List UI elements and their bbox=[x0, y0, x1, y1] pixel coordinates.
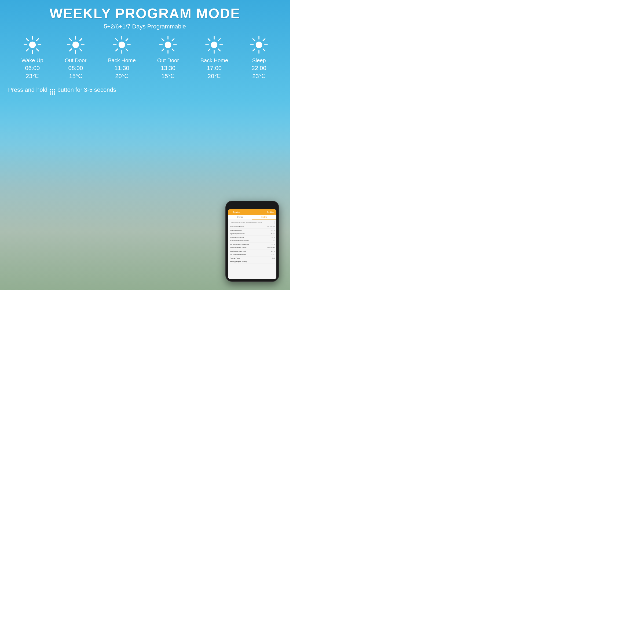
phone-row-8: Min Temperature Limit 5 °C bbox=[230, 253, 275, 257]
schedule-item-sleep: Sleep 22:00 23℃ bbox=[250, 35, 268, 80]
svg-line-24 bbox=[126, 49, 128, 51]
phone-back-button[interactable]: ← Device bbox=[230, 211, 240, 213]
phone-row-label-5: Ext Temperature Deadzone bbox=[230, 243, 249, 245]
phone-section-row-0: Program Type 5+2 bbox=[230, 257, 275, 260]
phone-mockup: ← Device Setting Device Setting The Foll… bbox=[225, 201, 279, 282]
phone-row-value-8: 5 °C bbox=[272, 254, 275, 255]
svg-line-32 bbox=[162, 39, 164, 41]
schedule-time-5: 22:00 bbox=[251, 65, 266, 72]
svg-line-35 bbox=[162, 49, 164, 51]
phone-row-value-1: -1 °C bbox=[271, 229, 275, 231]
main-content: WEEKLY PROGRAM MODE 5+2/6+1/7 Days Progr… bbox=[0, 0, 290, 95]
phone-row-label-2: HighTemp Protection bbox=[230, 233, 245, 235]
phone-row-label-8: Min Temperature Limit bbox=[230, 254, 246, 255]
press-hold-suffix: button for 3-5 seconds bbox=[57, 86, 116, 93]
phone-body: ← Device Setting Device Setting The Foll… bbox=[225, 201, 279, 282]
schedule-temp-1: 15℃ bbox=[69, 73, 82, 80]
sun-icon-6 bbox=[250, 35, 268, 54]
phone-row-value-0: Int Sensor bbox=[268, 226, 275, 228]
phone-row-2: HighTemp Protection 45 °C bbox=[230, 232, 275, 236]
phone-row-value-3: 5 °C bbox=[272, 236, 275, 238]
schedule-label-1: Out Door bbox=[65, 57, 86, 64]
phone-row-1: Temp Calibration -1 °C bbox=[230, 229, 275, 232]
phone-row-4: Int Temperature Deadzone 1 °C bbox=[230, 239, 275, 243]
phone-header: ← Device Setting bbox=[228, 209, 276, 215]
phone-section-label-0: Program Type bbox=[230, 257, 240, 259]
schedule-time-0: 06:00 bbox=[25, 65, 40, 72]
svg-point-36 bbox=[211, 42, 218, 48]
schedule-temp-3: 15℃ bbox=[161, 73, 174, 80]
phone-tab-device[interactable]: Device bbox=[228, 215, 252, 219]
svg-line-44 bbox=[208, 49, 210, 51]
phone-section-value-0: 5+2 bbox=[272, 257, 275, 259]
phone-row-value-4: 1 °C bbox=[272, 240, 275, 241]
schedule-time-1: 08:00 bbox=[68, 65, 83, 72]
schedule-item-outdoor2: Out Door 13:30 15℃ bbox=[157, 35, 179, 80]
page-title: WEEKLY PROGRAM MODE bbox=[8, 5, 282, 21]
svg-line-51 bbox=[263, 49, 265, 51]
svg-line-5 bbox=[26, 39, 28, 41]
schedule-label-5: Sleep bbox=[252, 57, 266, 64]
svg-point-27 bbox=[165, 42, 171, 48]
phone-row-3: LowTemp Protection 5 °C bbox=[230, 236, 275, 239]
phone-row-label-3: LowTemp Protection bbox=[230, 236, 244, 238]
svg-line-50 bbox=[253, 39, 255, 41]
schedule-label-4: Back Home bbox=[200, 57, 228, 64]
sun-icon-3 bbox=[112, 35, 131, 54]
svg-line-6 bbox=[36, 49, 38, 51]
phone-row-value-5: 2 °C bbox=[272, 243, 275, 245]
phone-row-label-0: Temperature Sensor bbox=[230, 226, 244, 228]
svg-line-26 bbox=[116, 49, 118, 51]
grid-button-icon bbox=[50, 85, 55, 95]
schedule-time-4: 17:00 bbox=[207, 65, 222, 72]
svg-point-18 bbox=[119, 42, 125, 48]
phone-password-note: The Following Content Needs Password 123… bbox=[230, 221, 275, 224]
phone-row-value-6: Keep State bbox=[267, 247, 275, 248]
svg-line-34 bbox=[172, 39, 174, 41]
svg-line-43 bbox=[218, 39, 220, 41]
phone-row-value-7: 35 °C bbox=[271, 250, 275, 252]
phone-tabs: Device Setting bbox=[228, 215, 276, 220]
phone-tab-setting[interactable]: Setting bbox=[252, 215, 276, 219]
svg-point-0 bbox=[29, 42, 36, 48]
phone-row-label-4: Int Temperature Deadzone bbox=[230, 240, 249, 241]
schedule-item-outdoor1: Out Door 08:00 15℃ bbox=[65, 35, 86, 80]
schedule-grid: Wake Up 06:00 23℃ Out Door 08 bbox=[8, 35, 282, 80]
sun-icon-2 bbox=[66, 35, 85, 54]
schedule-item-backhome1: Back Home 11:30 20℃ bbox=[108, 35, 136, 80]
schedule-item-backhome2: Back Home 17:00 20℃ bbox=[200, 35, 228, 80]
sun-icon-5 bbox=[205, 35, 224, 54]
svg-line-42 bbox=[218, 49, 220, 51]
phone-screen: ← Device Setting Device Setting The Foll… bbox=[228, 209, 276, 279]
phone-header-title: Setting bbox=[267, 211, 274, 213]
phone-section-row-1[interactable]: Weekly program setting bbox=[230, 260, 275, 264]
svg-line-23 bbox=[116, 39, 118, 41]
schedule-time-2: 11:30 bbox=[115, 65, 129, 72]
press-hold-text: Press and hold bbox=[8, 86, 47, 93]
schedule-label-3: Out Door bbox=[157, 57, 179, 64]
phone-row-5: Ext Temperature Deadzone 2 °C bbox=[230, 243, 275, 246]
svg-point-45 bbox=[256, 42, 262, 48]
schedule-temp-2: 20℃ bbox=[115, 73, 128, 80]
phone-content: The Following Content Needs Password 123… bbox=[228, 220, 276, 265]
svg-line-7 bbox=[36, 39, 38, 41]
phone-row-label-7: Max Temperature Limit bbox=[230, 250, 246, 252]
svg-line-15 bbox=[80, 49, 82, 51]
svg-line-8 bbox=[26, 49, 28, 51]
svg-line-53 bbox=[253, 49, 255, 51]
svg-line-33 bbox=[172, 49, 174, 51]
svg-line-25 bbox=[126, 39, 128, 41]
phone-row-0: Temperature Sensor Int Sensor bbox=[230, 225, 275, 229]
svg-line-41 bbox=[208, 39, 210, 41]
schedule-label-0: Wake Up bbox=[21, 57, 43, 64]
schedule-item-wakeup: Wake Up 06:00 23℃ bbox=[21, 35, 43, 80]
schedule-temp-0: 23℃ bbox=[26, 73, 39, 80]
sun-icon-1 bbox=[23, 35, 42, 54]
phone-row-7: Max Temperature Limit 35 °C bbox=[230, 250, 275, 253]
schedule-time-3: 13:30 bbox=[161, 65, 175, 72]
schedule-label-2: Back Home bbox=[108, 57, 136, 64]
svg-line-17 bbox=[69, 49, 71, 51]
svg-line-16 bbox=[80, 39, 82, 41]
phone-notch bbox=[244, 204, 260, 208]
press-hold-instruction: Press and hold butt bbox=[8, 85, 282, 95]
